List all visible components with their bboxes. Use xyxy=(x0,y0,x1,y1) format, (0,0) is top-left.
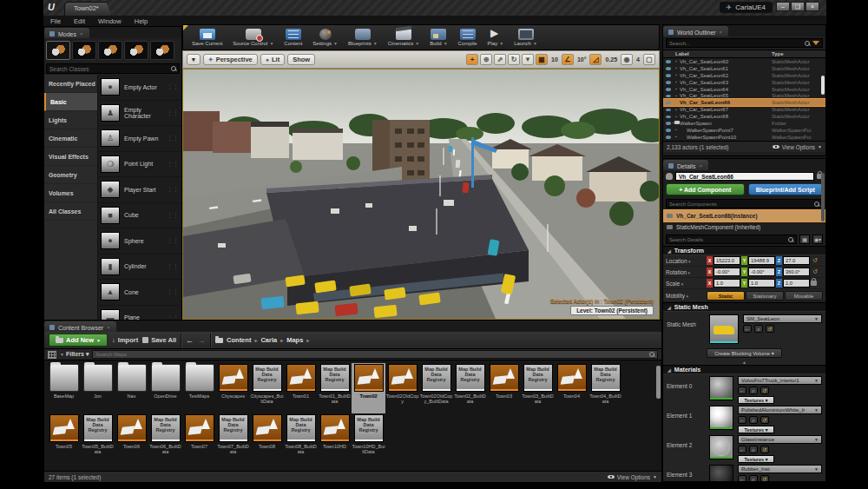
geometry-mode-button[interactable] xyxy=(150,41,174,60)
close-icon[interactable]: × xyxy=(699,163,702,169)
search-classes-input[interactable] xyxy=(49,66,168,72)
outliner-row[interactable]: ⬩ WalkerSpawnPoint10 WalkerSpawnPoi xyxy=(663,134,825,141)
asset-tile[interactable]: Map Build Data Registry Town05 xyxy=(47,413,81,464)
grid-snap-value[interactable]: 10 xyxy=(549,56,560,63)
static-mesh-thumbnail[interactable] xyxy=(709,314,739,344)
placement-category[interactable]: Basic xyxy=(44,93,97,111)
breadcrumb-content[interactable]: Content xyxy=(227,336,251,344)
scale-tool-button[interactable]: ⇗ xyxy=(494,54,506,65)
outliner-row[interactable]: ⬩ WalkerSpawnPoint7 WalkerSpawnPoi xyxy=(663,127,825,134)
drag-handle-icon[interactable]: ⋮⋮ xyxy=(167,212,179,219)
material-thumbnail[interactable] xyxy=(709,465,733,482)
browse-asset-icon[interactable]: ⌕ xyxy=(749,416,758,424)
search-assets-input[interactable] xyxy=(95,352,647,357)
reset-icon[interactable]: ↺ xyxy=(760,446,769,453)
placeable-item[interactable]: ■ Cube ⋮⋮ xyxy=(98,203,181,229)
browse-asset-icon[interactable]: ⌕ xyxy=(749,475,758,482)
menu-item[interactable]: Window xyxy=(98,17,122,25)
component-row[interactable]: StaticMeshComponent (Inherited) xyxy=(663,221,825,233)
drag-handle-icon[interactable]: ⋮⋮ xyxy=(167,161,179,168)
type-column-header[interactable]: Type xyxy=(772,51,825,56)
visibility-eye-icon[interactable] xyxy=(663,114,673,119)
outliner-row[interactable]: ⬩ Vh_Car_SeatLeon60 StaticMeshActor xyxy=(663,58,825,65)
save-all-button[interactable]: Save All xyxy=(142,336,176,344)
textures-dropdown[interactable]: Textures ▾ xyxy=(738,455,774,463)
mobility-option[interactable]: Static xyxy=(707,291,745,301)
reset-icon[interactable]: ↺ xyxy=(760,416,769,424)
visibility-eye-icon[interactable] xyxy=(663,59,673,64)
asset-tile[interactable]: Map Build Data Registry Town03 xyxy=(487,363,521,413)
visibility-eye-icon[interactable] xyxy=(663,121,673,126)
rotation-snap-value[interactable]: 10° xyxy=(575,56,589,63)
mobility-option[interactable]: Stationary xyxy=(746,291,784,301)
location-label[interactable]: Location xyxy=(666,258,707,264)
toolbar-button[interactable]: Launch▼ xyxy=(509,25,542,50)
asset-tile[interactable]: Map Build Data Registry Town01 xyxy=(284,363,318,413)
place-mode-button[interactable] xyxy=(46,41,70,60)
placement-category[interactable]: Visual Effects xyxy=(44,148,97,166)
drag-handle-icon[interactable]: ⋮⋮ xyxy=(167,109,179,116)
outliner-row[interactable]: ⬩ Vh_Car_SeatLeon67 StaticMeshActor xyxy=(663,106,825,113)
browse-asset-icon[interactable]: ⌕ xyxy=(754,325,763,333)
surface-snap-button[interactable]: ▼ xyxy=(522,54,534,65)
rotate-tool-button[interactable]: ↻ xyxy=(508,54,520,65)
landscape-mode-button[interactable] xyxy=(98,41,122,60)
placement-category[interactable]: Cinematic xyxy=(44,129,97,148)
asset-tile[interactable]: Map Build Data Registry Town04_BuiltData xyxy=(589,363,622,413)
asset-tile[interactable]: Map Build Data Registry Town06 xyxy=(115,413,148,464)
move-tool-button[interactable]: + xyxy=(466,54,478,65)
display-filter-eye-icon[interactable]: ◉▾ xyxy=(812,235,823,244)
lit-dropdown[interactable]: ● Lit xyxy=(260,54,285,65)
back-button[interactable]: ← xyxy=(186,336,194,345)
perspective-dropdown[interactable]: ✦ Perspective xyxy=(203,54,258,65)
toolbar-button[interactable]: Play▼ xyxy=(483,25,510,50)
rotation-z-value[interactable]: 360.0° xyxy=(783,268,810,276)
show-dropdown[interactable]: Show xyxy=(287,54,315,65)
filter-icon[interactable] xyxy=(812,41,819,45)
outliner-row[interactable]: ⬩ Vh_Car_SeatLeon64 StaticMeshActor xyxy=(663,86,825,93)
outliner-row[interactable]: ⬩ Vh_Car_SeatLeon65 StaticMeshActor xyxy=(663,92,825,99)
sources-panel-icon[interactable] xyxy=(48,351,56,359)
search-details-input[interactable] xyxy=(669,237,786,242)
material-dropdown[interactable]: Rubber_Inst▼ xyxy=(738,465,822,473)
maximize-viewport-button[interactable]: ▢ xyxy=(643,54,655,65)
maximize-button[interactable]: ❏ xyxy=(791,2,805,11)
textures-dropdown[interactable]: Textures ▾ xyxy=(738,426,774,433)
scale-snap-value[interactable]: 0.25 xyxy=(603,56,619,63)
placement-category[interactable]: Geometry xyxy=(44,166,97,184)
scale-snap-button[interactable]: ◿ xyxy=(589,54,602,65)
toolbar-button[interactable]: Content▼ xyxy=(279,25,307,50)
visibility-eye-icon[interactable] xyxy=(663,87,673,92)
outliner-row[interactable]: ⬩ Vh_Car_SeatLeon61 StaticMeshActor xyxy=(663,65,825,72)
asset-tile[interactable]: Map Build Data Registry Town07 xyxy=(182,413,216,464)
breadcrumb-maps[interactable]: Maps xyxy=(286,336,303,344)
rotation-snap-button[interactable]: ∠ xyxy=(562,54,574,65)
actor-name-field[interactable]: Vh_Car_SeatLeon66 xyxy=(675,172,814,181)
reset-icon[interactable]: ↺ xyxy=(760,475,769,482)
material-dropdown[interactable]: PolishedAluminiumWhite_Ir▼ xyxy=(738,406,822,414)
use-selected-asset-icon[interactable]: ← xyxy=(738,416,746,424)
menu-item[interactable]: File xyxy=(50,17,61,25)
visibility-eye-icon[interactable] xyxy=(663,80,673,85)
mobility-option[interactable]: Movable xyxy=(785,291,823,301)
asset-tile[interactable]: Map Build Data Registry Jon xyxy=(81,363,115,413)
placeable-item[interactable]: ● Empty Actor ⋮⋮ xyxy=(98,75,181,101)
asset-tile[interactable]: Map Build Data Registry Town02OldCopy xyxy=(385,363,419,413)
reset-icon[interactable]: ↺ xyxy=(812,268,818,275)
asset-tile[interactable]: Map Build Data Registry BaseMap xyxy=(47,363,81,413)
viewport-3d-scene[interactable]: Selected Actor(s) in : Town02 (Persisten… xyxy=(182,69,660,320)
asset-tile[interactable]: Map Build Data Registry Town02 xyxy=(352,363,385,413)
material-dropdown[interactable]: VolvoFm7Truck_interior1▼ xyxy=(738,376,822,385)
foliage-mode-button[interactable] xyxy=(124,41,148,60)
outliner-view-options[interactable]: View Options▼ xyxy=(773,144,822,150)
filters-button[interactable]: Filters ▾ xyxy=(60,351,89,358)
scale-x-value[interactable]: 1.0 xyxy=(713,279,740,287)
world-outliner-tab[interactable]: World Outliner× xyxy=(663,26,728,36)
breadcrumb-carla[interactable]: Carla xyxy=(260,336,277,344)
world-space-button[interactable]: ⊕ xyxy=(480,54,492,65)
content-view-options[interactable]: View Options▼ xyxy=(608,474,657,480)
details-scrollbar[interactable] xyxy=(821,173,825,221)
toolbar-button[interactable]: Blueprints▼ xyxy=(343,25,383,50)
asset-tile[interactable]: Map Build Data Registry Town01_BuiltData xyxy=(318,363,352,413)
forward-button[interactable]: → xyxy=(198,336,206,345)
